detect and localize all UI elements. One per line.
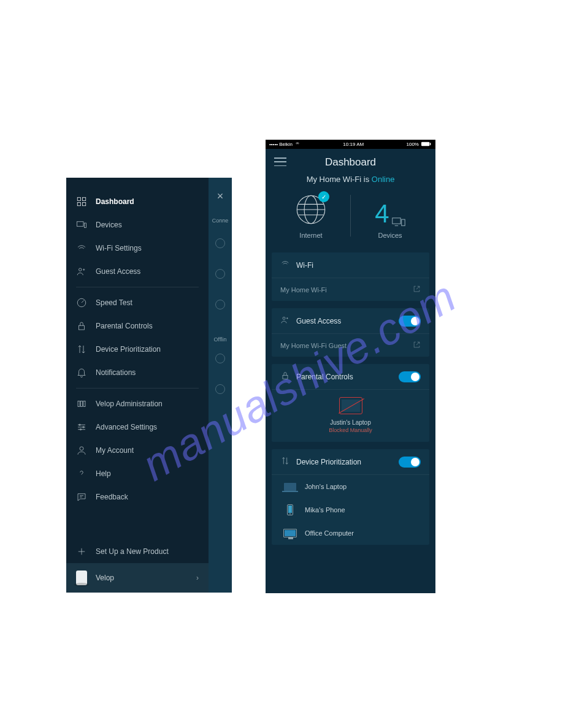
priority-device-row[interactable]: John's Laptop [272, 475, 429, 498]
help-icon [76, 468, 87, 479]
menu-label: Devices [96, 221, 122, 229]
underlying-screen-sliver: × Conne Offlin [209, 178, 232, 593]
blocked-device[interactable]: Justin's Laptop Blocked Manually [272, 389, 429, 442]
radio-circle[interactable] [215, 300, 225, 309]
dashboard-screen: ••••• Belkin 10:19 AM 100% Dashboard My … [266, 140, 435, 593]
share-icon[interactable] [413, 341, 421, 350]
wifi-status-line: My Home Wi-Fi is Online [266, 171, 435, 192]
menu-my-account[interactable]: My Account [66, 439, 209, 462]
menu-advanced-settings[interactable]: Advanced Settings [66, 415, 209, 439]
radio-circle[interactable] [215, 384, 225, 394]
desktop-icon [283, 527, 297, 539]
menu-label: Guest Access [96, 267, 140, 276]
menu-guest-access[interactable]: Guest Access [66, 260, 209, 283]
wifi-card[interactable]: Wi-Fi My Home Wi-Fi [272, 252, 429, 301]
menu-devices[interactable]: Devices [66, 213, 209, 237]
menu-label: Device Prioritization [96, 345, 161, 354]
radio-circle[interactable] [215, 238, 225, 248]
carrier-label: ••••• Belkin [269, 142, 293, 147]
priority-toggle[interactable] [399, 457, 421, 468]
devices-count: 4 [375, 201, 389, 227]
menu-label: My Account [96, 446, 134, 455]
share-icon[interactable] [413, 285, 421, 294]
blocked-laptop-icon [339, 397, 362, 414]
menu-wifi-settings[interactable]: Wi-Fi Settings [66, 237, 209, 260]
svg-rect-21 [401, 219, 405, 226]
menu-feedback[interactable]: Feedback [66, 485, 209, 509]
internet-stat[interactable]: Internet [272, 192, 350, 239]
menu-label: Advanced Settings [96, 423, 157, 431]
guest-access-card[interactable]: Guest Access My Home Wi-Fi Guest [272, 308, 429, 357]
menu-label: Parental Controls [96, 322, 153, 330]
radio-circle[interactable] [215, 269, 225, 279]
svg-rect-11 [83, 401, 85, 407]
check-badge-icon [318, 191, 329, 202]
radio-circle[interactable] [215, 354, 225, 363]
stats-row: Internet 4 Devices [266, 192, 435, 249]
menu-label: Dashboard [96, 197, 134, 206]
menu-help[interactable]: Help [66, 462, 209, 485]
svg-point-22 [283, 317, 285, 319]
guest-toggle[interactable] [399, 316, 421, 327]
wifi-icon [76, 243, 87, 254]
menu-column: Dashboard Devices Wi-Fi Settings Guest A… [66, 178, 209, 593]
menu-speed-test[interactable]: Speed Test [66, 291, 209, 314]
dashboard-header: Dashboard [266, 149, 435, 171]
menu-dashboard[interactable]: Dashboard [66, 190, 209, 213]
devices-icon [76, 219, 87, 230]
guest-icon [76, 266, 87, 277]
svg-rect-0 [77, 197, 80, 200]
phone-icon [283, 504, 297, 516]
priority-device-row[interactable]: Office Computer [272, 521, 429, 545]
nodes-icon [76, 398, 87, 409]
svg-rect-16 [421, 142, 429, 146]
person-icon [76, 445, 87, 456]
menu-label: Wi-Fi Settings [96, 244, 142, 252]
svg-rect-4 [77, 222, 84, 227]
status-bar: ••••• Belkin 10:19 AM 100% [266, 140, 435, 149]
menu-label: Velop Administration [96, 400, 163, 408]
menu-label: Speed Test [96, 298, 132, 307]
status-value: Online [372, 175, 395, 184]
globe-icon [294, 192, 328, 227]
close-icon[interactable]: × [217, 190, 224, 203]
blocked-device-status: Blocked Manually [329, 427, 372, 433]
menu-notifications[interactable]: Notifications [66, 361, 209, 384]
menu-divider [76, 388, 199, 389]
clock: 10:19 AM [343, 142, 364, 147]
battery-pct: 100% [407, 142, 419, 147]
parental-toggle[interactable] [399, 371, 421, 382]
svg-rect-17 [430, 143, 431, 145]
sliver-connected-label: Conne [212, 218, 229, 224]
menu-parental-controls[interactable]: Parental Controls [66, 314, 209, 338]
dashboard-icon [76, 196, 87, 207]
blocked-device-name: Justin's Laptop [330, 419, 370, 426]
wifi-status-icon [294, 142, 301, 148]
lock-icon [280, 371, 290, 382]
menu-device-prioritization[interactable]: Device Prioritization [66, 338, 209, 361]
device-prioritization-card[interactable]: Device Prioritization John's Laptop Mika… [272, 449, 429, 545]
menu-setup-new-product[interactable]: Set Up a New Product [66, 540, 209, 563]
hamburger-icon[interactable] [274, 157, 286, 166]
menu-footer-velop[interactable]: Velop › [66, 563, 209, 593]
menu-label: Notifications [96, 368, 136, 377]
guest-ssid: My Home Wi-Fi Guest [280, 342, 347, 349]
svg-rect-23 [283, 375, 288, 379]
menu-footer-label: Velop [96, 574, 114, 582]
devices-stat[interactable]: 4 Devices [351, 192, 429, 239]
guest-icon [280, 315, 290, 327]
menu-velop-admin[interactable]: Velop Administration [66, 392, 209, 415]
svg-point-15 [80, 447, 83, 450]
priority-device-row[interactable]: Mika's Phone [272, 498, 429, 521]
menu-label: Feedback [96, 493, 128, 501]
svg-rect-3 [83, 203, 86, 206]
svg-rect-5 [85, 223, 86, 228]
svg-rect-9 [78, 401, 80, 407]
menu-label: Set Up a New Product [96, 547, 169, 556]
parental-controls-card[interactable]: Parental Controls Justin's Laptop Blocke… [272, 364, 429, 442]
battery-icon [421, 142, 432, 148]
svg-rect-8 [79, 325, 85, 330]
svg-rect-2 [77, 203, 80, 206]
devices-label: Devices [378, 232, 402, 239]
svg-rect-1 [83, 197, 86, 200]
